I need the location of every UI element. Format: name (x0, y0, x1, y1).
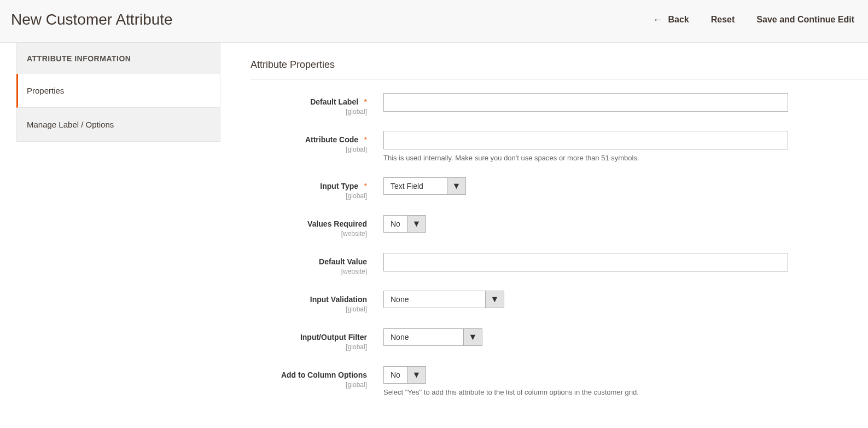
attribute-code-input[interactable] (383, 131, 788, 149)
row-add-column: Add to Column Options [global] No ▼ Sele… (251, 366, 868, 396)
default-label-input[interactable] (383, 93, 788, 112)
label-col: Input Validation [global] (251, 291, 383, 313)
save-continue-button[interactable]: Save and Continue Edit (756, 15, 854, 25)
select-value: Text Field (384, 178, 447, 194)
back-label: Back (668, 15, 689, 25)
required-mark: * (364, 135, 367, 144)
sidebar-item-label: Manage Label / Options (27, 120, 114, 129)
label-col: Attribute Code * [global] (251, 131, 383, 153)
sidebar-item-properties[interactable]: Properties (16, 74, 220, 108)
sidebar-item-manage-label[interactable]: Manage Label / Options (16, 108, 220, 142)
scope-label: [global] (251, 305, 367, 313)
field-label: Attribute Code (305, 135, 358, 144)
scope-label: [website] (251, 268, 367, 275)
row-values-required: Values Required [website] No ▼ (251, 215, 868, 238)
field-label: Default Label (310, 97, 358, 106)
scope-label: [global] (251, 108, 367, 115)
chevron-down-icon: ▼ (407, 216, 426, 232)
field-label: Values Required (307, 219, 367, 228)
arrow-left-icon: ← (653, 14, 662, 26)
sidebar-title: ATTRIBUTE INFORMATION (16, 43, 220, 74)
reset-button[interactable]: Reset (711, 15, 735, 25)
section-title: Attribute Properties (251, 59, 868, 79)
input-col: No ▼ Select "Yes" to add this attribute … (383, 366, 868, 396)
required-mark: * (364, 97, 367, 106)
back-button[interactable]: ← Back (653, 14, 689, 26)
page-title: New Customer Attribute (11, 11, 173, 28)
field-label: Add to Column Options (281, 371, 367, 379)
sidebar-item-label: Properties (27, 86, 64, 95)
sidebar: ATTRIBUTE INFORMATION Properties Manage … (0, 43, 220, 428)
scope-label: [global] (251, 381, 367, 389)
select-value: None (384, 329, 463, 345)
io-filter-select[interactable]: None ▼ (383, 328, 482, 346)
label-col: Default Value [website] (251, 253, 383, 275)
help-text: This is used internally. Make sure you d… (383, 154, 868, 162)
required-mark: * (364, 182, 367, 190)
row-input-type: Input Type * [global] Text Field ▼ (251, 177, 868, 200)
main-panel: Attribute Properties Default Label * [gl… (220, 43, 868, 428)
field-label: Default Value (319, 257, 367, 266)
input-col (383, 253, 868, 271)
row-input-validation: Input Validation [global] None ▼ (251, 291, 868, 313)
row-io-filter: Input/Output Filter [global] None ▼ (251, 328, 868, 351)
row-attribute-code: Attribute Code * [global] This is used i… (251, 131, 868, 162)
input-col: Text Field ▼ (383, 177, 868, 195)
input-col: This is used internally. Make sure you d… (383, 131, 868, 162)
label-col: Input/Output Filter [global] (251, 328, 383, 351)
scope-label: [website] (251, 230, 367, 238)
content-area: ATTRIBUTE INFORMATION Properties Manage … (0, 43, 868, 428)
input-col: No ▼ (383, 215, 868, 233)
add-column-select[interactable]: No ▼ (383, 366, 426, 384)
input-col: None ▼ (383, 328, 868, 346)
label-col: Default Label * [global] (251, 93, 383, 115)
scope-label: [global] (251, 146, 367, 153)
field-label: Input Type (320, 182, 358, 190)
chevron-down-icon: ▼ (485, 291, 504, 308)
row-default-value: Default Value [website] (251, 253, 868, 275)
default-value-input[interactable] (383, 253, 788, 271)
chevron-down-icon: ▼ (463, 329, 482, 345)
row-default-label: Default Label * [global] (251, 93, 868, 115)
scope-label: [global] (251, 343, 367, 351)
input-type-select[interactable]: Text Field ▼ (383, 177, 466, 195)
label-col: Values Required [website] (251, 215, 383, 238)
chevron-down-icon: ▼ (447, 178, 465, 194)
input-validation-select[interactable]: None ▼ (383, 291, 504, 308)
select-value: No (384, 367, 407, 383)
field-label: Input Validation (310, 295, 367, 304)
field-label: Input/Output Filter (300, 333, 367, 342)
scope-label: [global] (251, 192, 367, 200)
help-text: Select "Yes" to add this attribute to th… (383, 388, 868, 396)
input-col: None ▼ (383, 291, 868, 308)
input-col (383, 93, 868, 112)
values-required-select[interactable]: No ▼ (383, 215, 426, 233)
select-value: None (384, 291, 485, 308)
label-col: Input Type * [global] (251, 177, 383, 200)
page-header: New Customer Attribute ← Back Reset Save… (0, 0, 868, 43)
header-actions: ← Back Reset Save and Continue Edit (653, 14, 854, 26)
chevron-down-icon: ▼ (407, 367, 426, 383)
label-col: Add to Column Options [global] (251, 366, 383, 389)
select-value: No (384, 216, 407, 232)
